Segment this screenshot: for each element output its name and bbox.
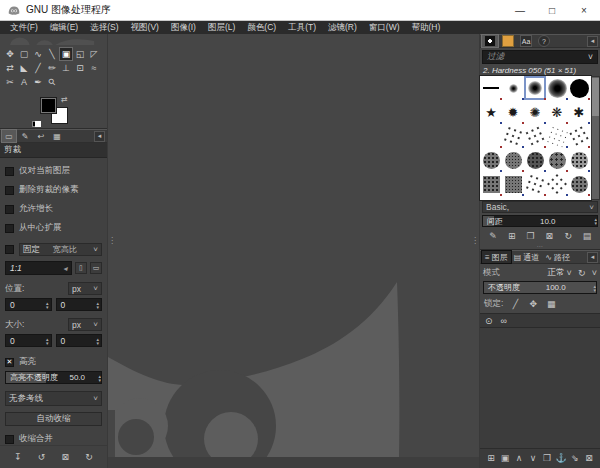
lock-pixels-icon[interactable]: ╱ <box>509 297 521 310</box>
brush-soft-small[interactable] <box>502 76 524 100</box>
brush-grid-scrollbar[interactable] <box>591 76 600 200</box>
fixed-aspect-dropdown[interactable]: 固定 宽高比 ˅ <box>19 243 102 256</box>
mode-group-switch-icon[interactable]: ↻ <box>574 266 590 279</box>
layers-dock-tab-menu-icon[interactable]: ◂ <box>587 252 598 263</box>
spinner-icon[interactable]: ▴▾ <box>46 301 49 309</box>
portrait-orientation-icon[interactable]: ▯ <box>75 262 87 274</box>
menu-image[interactable]: 图像(I) <box>165 21 202 34</box>
handle-transform-tool-icon[interactable]: ◸ <box>88 48 100 60</box>
link-chain-icon[interactable]: ∞ <box>501 316 507 326</box>
checkbox-box[interactable] <box>5 224 14 233</box>
brush-texture[interactable] <box>524 148 546 172</box>
checkbox-box-checked[interactable]: ✕ <box>5 358 14 367</box>
foreground-color-swatch[interactable] <box>40 97 57 114</box>
close-button[interactable]: × <box>568 0 600 20</box>
menu-view[interactable]: 视图(V) <box>125 21 165 34</box>
restore-tool-preset-icon[interactable]: ↺ <box>35 450 49 463</box>
new-brush-icon[interactable]: ⊞ <box>505 229 519 242</box>
anchor-layer-icon[interactable]: ⚓ <box>554 451 568 464</box>
brush-texture[interactable] <box>480 172 502 196</box>
visibility-eye-icon[interactable]: ⊙ <box>485 316 493 326</box>
tab-paths[interactable]: ∿ 路径 <box>542 251 573 263</box>
brush-texture[interactable] <box>568 172 590 196</box>
menu-edit[interactable]: 编辑(E) <box>44 21 84 34</box>
dock-resize-handle[interactable]: ⋮ <box>471 239 479 242</box>
brush-texture[interactable] <box>480 148 502 172</box>
layer-mode-dropdown[interactable]: 正常 <box>547 267 564 279</box>
menu-file[interactable]: 文件(F) <box>4 21 44 34</box>
brush-speckle[interactable] <box>546 124 568 148</box>
menu-select[interactable]: 选择(S) <box>84 21 124 34</box>
aspect-ratio-input[interactable]: 1:1 ◂ <box>5 261 72 275</box>
brush-texture[interactable] <box>524 172 546 196</box>
tab-images[interactable]: ▦ <box>50 130 64 142</box>
brush-splatter[interactable]: ✹ <box>502 100 524 124</box>
menu-filters[interactable]: 滤镜(R) <box>322 21 363 34</box>
highlight-opacity-slider[interactable]: 高亮不透明度 50.0 ▴▾ <box>5 371 102 384</box>
checkbox-delete-cropped-pixels[interactable]: 删除剪裁的像素 <box>0 184 107 196</box>
position-x-input[interactable]: 0 ▴▾ <box>5 298 52 311</box>
duplicate-layer-icon[interactable]: ❐ <box>540 451 554 464</box>
unified-transform-tool-icon[interactable]: ◱ <box>74 48 86 60</box>
brush-speckle[interactable] <box>502 124 524 148</box>
spinner-icon[interactable]: ▴▾ <box>96 301 99 309</box>
new-layer-group-icon[interactable]: ▣ <box>498 451 512 464</box>
brush-splatter[interactable]: ✺ <box>524 100 546 124</box>
spinner-icon[interactable]: ▴▾ <box>96 337 99 345</box>
new-layer-icon[interactable]: ⊞ <box>484 451 498 464</box>
brush-speckle[interactable] <box>480 124 502 148</box>
brush-line[interactable] <box>480 76 502 100</box>
spinner-icon[interactable]: ▴▾ <box>594 217 597 225</box>
brushes-dock-tab-menu-icon[interactable]: ◂ <box>587 36 598 47</box>
layer-list-empty[interactable] <box>480 328 600 448</box>
dock-resize-handle[interactable]: ⋮ <box>108 239 116 242</box>
brush-splatter[interactable]: ✱ <box>568 100 590 124</box>
lock-position-icon[interactable]: ✥ <box>527 297 539 310</box>
measure-tool-icon[interactable]: ╲ <box>46 48 58 60</box>
menu-layer[interactable]: 图层(L) <box>202 21 241 34</box>
brush-texture[interactable] <box>546 172 568 196</box>
checkbox-allow-growing[interactable]: 允许增长 <box>0 203 107 215</box>
menu-help[interactable]: 帮助(H) <box>405 21 446 34</box>
move-tool-icon[interactable]: ✥ <box>4 48 16 60</box>
guides-dropdown[interactable]: 无参考线 ˅ <box>5 391 102 406</box>
checkbox-box[interactable] <box>5 435 14 444</box>
crop-tool-icon[interactable]: ▣ <box>60 48 72 60</box>
size-width-input[interactable]: 0 ▴▾ <box>5 334 52 347</box>
merge-layer-icon[interactable]: ⇘ <box>568 451 582 464</box>
position-unit-dropdown[interactable]: px ˅ <box>68 282 102 295</box>
brush-spacing-slider[interactable]: 间距 10.0 ▴▾ <box>482 215 598 227</box>
spinner-icon[interactable]: ▴▾ <box>98 374 101 382</box>
smudge-tool-icon[interactable]: ≈ <box>88 62 100 74</box>
lock-alpha-icon[interactable]: ▦ <box>545 297 557 310</box>
default-colors-icon[interactable] <box>32 118 41 128</box>
swap-colors-icon[interactable]: ⇄ <box>61 95 68 104</box>
delete-tool-preset-icon[interactable]: ⊠ <box>58 450 72 463</box>
brush-star[interactable]: ★ <box>480 100 502 124</box>
auto-shrink-button[interactable]: 自动收缩 <box>5 412 102 426</box>
edit-brush-icon[interactable]: ✎ <box>486 229 500 242</box>
checkbox-current-layer-only[interactable]: 仅对当前图层 <box>0 165 107 177</box>
brush-soft-large[interactable] <box>546 76 568 100</box>
refresh-brushes-icon[interactable]: ↻ <box>561 229 575 242</box>
checkbox-box[interactable] <box>5 167 14 176</box>
delete-brush-icon[interactable]: ⊠ <box>542 229 556 242</box>
bucket-fill-tool-icon[interactable]: ◣ <box>18 62 30 74</box>
checkbox-fixed[interactable] <box>5 245 14 254</box>
delete-layer-icon[interactable]: ⊠ <box>582 451 596 464</box>
brush-hardness-050-selected[interactable] <box>524 76 546 100</box>
checkbox-box[interactable] <box>5 205 14 214</box>
brush-texture[interactable] <box>502 172 524 196</box>
brush-texture[interactable] <box>546 148 568 172</box>
clear-icon[interactable]: ◂ <box>63 264 67 273</box>
tab-layers[interactable]: ≡ 图层 <box>482 251 511 263</box>
tab-undo-history[interactable]: ↩ <box>34 130 48 142</box>
layer-opacity-slider[interactable]: 不透明度 100.0 ▴▾ <box>483 281 597 294</box>
minimize-button[interactable]: — <box>504 0 536 20</box>
scissors-select-tool-icon[interactable]: ✂ <box>4 76 16 88</box>
menu-windows[interactable]: 窗口(W) <box>363 21 406 34</box>
size-height-input[interactable]: 0 ▴▾ <box>56 334 103 347</box>
brush-hard-circle[interactable] <box>568 76 590 100</box>
text-tool-icon[interactable]: A <box>18 76 30 88</box>
brush-texture[interactable] <box>568 148 590 172</box>
